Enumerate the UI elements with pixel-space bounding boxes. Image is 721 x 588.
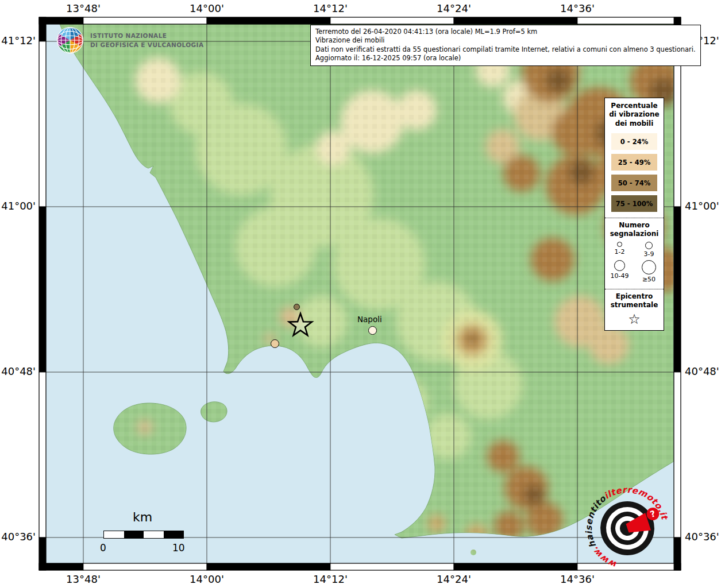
axis-label-lat: 41°12' (1, 34, 36, 47)
report-dot (294, 304, 300, 310)
scale-bar (103, 531, 184, 539)
axis-label-lat: 40°36' (685, 531, 720, 543)
city-label-napoli: Napoli (357, 315, 382, 324)
scale-unit-label: km (121, 510, 164, 524)
axis-label-lon: 14°00' (190, 573, 224, 585)
scale-end-label: 10 (172, 542, 185, 554)
axis-label-lat: 40°36' (1, 531, 36, 543)
ingv-name-line1: ISTITUTO NAZIONALE (90, 31, 203, 40)
ingv-globe-icon (55, 25, 85, 55)
axis-label-lon: 14°36' (560, 2, 595, 14)
axis-label-lon: 13°48' (66, 2, 101, 14)
axis-label-lon: 14°12' (313, 2, 348, 14)
axis-label-lat: 41°00' (685, 200, 720, 212)
legend-title: Percentuale di vibrazione dei mobili (605, 98, 664, 129)
legend-epicenter-title: Epicentro strumentale (605, 292, 664, 310)
count-circle-icon (617, 242, 622, 247)
axis-label-lon: 14°00' (190, 2, 224, 14)
legend-counts-title: Numero segnalazioni (605, 221, 664, 238)
event-data-note: Dati non verificati estratti da 55 quest… (315, 45, 696, 54)
map-page: 13°48' 14°00' 14°12' 14°24' 14°36' 13°48… (0, 0, 721, 588)
epicenter-star-icon: ☆ (605, 312, 664, 327)
legend-class-0-24: 0 - 24% (611, 133, 657, 150)
event-info-box: Terremoto del 26-04-2020 04:41:13 (ora l… (310, 25, 701, 66)
count-circle-icon (645, 242, 653, 249)
ingv-name-line2: DI GEOFISICA E VULCANOLOGIA (90, 40, 203, 49)
report-dot (368, 326, 377, 335)
axis-label-lon: 14°24' (437, 2, 471, 14)
report-dot (271, 339, 279, 348)
event-updated: Aggiornato il: 16-12-2025 09:57 (ora loc… (315, 54, 696, 63)
legend-count-50plus: ≥50 (634, 260, 664, 283)
legend-count-10-49: 10-49 (605, 260, 634, 283)
axis-label-lat: 40°48' (1, 365, 36, 377)
count-circle-icon (614, 260, 625, 271)
legend-class-50-74: 50 - 74% (611, 175, 657, 191)
axis-label-lat: 40°48' (685, 365, 720, 377)
axis-label-lon: 13°48' (66, 573, 101, 585)
epicenter-star (286, 311, 315, 341)
count-circle-icon (642, 260, 656, 274)
scale-start-label: 0 (100, 542, 106, 554)
legend-epicenter-section: Epicentro strumentale ☆ (605, 289, 664, 327)
event-summary: Terremoto del 26-04-2020 04:41:13 (ora l… (315, 28, 696, 36)
legend-count-1-2: 1-2 (605, 242, 634, 258)
event-map-type: Vibrazione dei mobili (315, 36, 696, 45)
legend-class-75-100: 75 - 100% (611, 195, 657, 212)
axis-label-lon: 14°24' (437, 573, 471, 585)
haisentitoilterremoto-logo: ? www.haisentitoilterremoto.it (576, 477, 679, 580)
legend-count-3-9: 3-9 (634, 242, 664, 258)
legend-class-25-49: 25 - 49% (611, 154, 657, 171)
legend: Percentuale di vibrazione dei mobili 0 -… (604, 98, 664, 331)
legend-counts-section: Numero segnalazioni 1-2 3-9 10-49 ≥50 (605, 218, 664, 283)
axis-label-lat: 41°00' (1, 200, 36, 212)
ingv-logo: ISTITUTO NAZIONALE DI GEOFISICA E VULCAN… (55, 25, 203, 55)
axis-label-lon: 14°12' (313, 573, 348, 585)
